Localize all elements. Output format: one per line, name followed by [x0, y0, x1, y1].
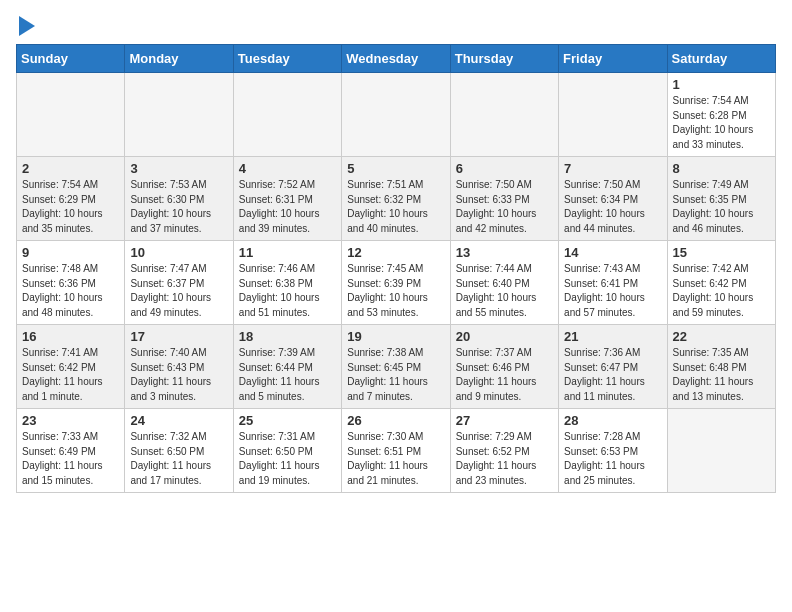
calendar-cell: 15Sunrise: 7:42 AM Sunset: 6:42 PM Dayli…	[667, 241, 775, 325]
weekday-header-monday: Monday	[125, 45, 233, 73]
day-number: 20	[456, 329, 553, 344]
day-number: 28	[564, 413, 661, 428]
logo-icon	[17, 16, 35, 38]
calendar-cell: 16Sunrise: 7:41 AM Sunset: 6:42 PM Dayli…	[17, 325, 125, 409]
day-number: 16	[22, 329, 119, 344]
day-info: Sunrise: 7:47 AM Sunset: 6:37 PM Dayligh…	[130, 262, 227, 320]
day-number: 11	[239, 245, 336, 260]
calendar-cell: 25Sunrise: 7:31 AM Sunset: 6:50 PM Dayli…	[233, 409, 341, 493]
day-number: 10	[130, 245, 227, 260]
calendar-cell: 11Sunrise: 7:46 AM Sunset: 6:38 PM Dayli…	[233, 241, 341, 325]
calendar-cell	[17, 73, 125, 157]
weekday-header-tuesday: Tuesday	[233, 45, 341, 73]
logo	[16, 16, 35, 34]
calendar-cell	[233, 73, 341, 157]
calendar-cell: 24Sunrise: 7:32 AM Sunset: 6:50 PM Dayli…	[125, 409, 233, 493]
calendar-cell	[125, 73, 233, 157]
calendar-cell: 18Sunrise: 7:39 AM Sunset: 6:44 PM Dayli…	[233, 325, 341, 409]
weekday-header-row: SundayMondayTuesdayWednesdayThursdayFrid…	[17, 45, 776, 73]
day-number: 12	[347, 245, 444, 260]
calendar-cell: 28Sunrise: 7:28 AM Sunset: 6:53 PM Dayli…	[559, 409, 667, 493]
day-number: 26	[347, 413, 444, 428]
day-info: Sunrise: 7:36 AM Sunset: 6:47 PM Dayligh…	[564, 346, 661, 404]
calendar-cell: 4Sunrise: 7:52 AM Sunset: 6:31 PM Daylig…	[233, 157, 341, 241]
day-number: 18	[239, 329, 336, 344]
day-number: 19	[347, 329, 444, 344]
calendar-week-3: 9Sunrise: 7:48 AM Sunset: 6:36 PM Daylig…	[17, 241, 776, 325]
calendar-cell: 9Sunrise: 7:48 AM Sunset: 6:36 PM Daylig…	[17, 241, 125, 325]
day-number: 8	[673, 161, 770, 176]
day-info: Sunrise: 7:31 AM Sunset: 6:50 PM Dayligh…	[239, 430, 336, 488]
calendar-cell: 13Sunrise: 7:44 AM Sunset: 6:40 PM Dayli…	[450, 241, 558, 325]
calendar-cell: 2Sunrise: 7:54 AM Sunset: 6:29 PM Daylig…	[17, 157, 125, 241]
day-info: Sunrise: 7:50 AM Sunset: 6:34 PM Dayligh…	[564, 178, 661, 236]
day-number: 21	[564, 329, 661, 344]
calendar-cell: 3Sunrise: 7:53 AM Sunset: 6:30 PM Daylig…	[125, 157, 233, 241]
calendar-cell: 19Sunrise: 7:38 AM Sunset: 6:45 PM Dayli…	[342, 325, 450, 409]
day-info: Sunrise: 7:54 AM Sunset: 6:29 PM Dayligh…	[22, 178, 119, 236]
day-info: Sunrise: 7:50 AM Sunset: 6:33 PM Dayligh…	[456, 178, 553, 236]
day-number: 22	[673, 329, 770, 344]
calendar-cell	[342, 73, 450, 157]
day-info: Sunrise: 7:46 AM Sunset: 6:38 PM Dayligh…	[239, 262, 336, 320]
day-info: Sunrise: 7:41 AM Sunset: 6:42 PM Dayligh…	[22, 346, 119, 404]
day-info: Sunrise: 7:54 AM Sunset: 6:28 PM Dayligh…	[673, 94, 770, 152]
calendar-week-5: 23Sunrise: 7:33 AM Sunset: 6:49 PM Dayli…	[17, 409, 776, 493]
day-info: Sunrise: 7:32 AM Sunset: 6:50 PM Dayligh…	[130, 430, 227, 488]
day-number: 23	[22, 413, 119, 428]
weekday-header-wednesday: Wednesday	[342, 45, 450, 73]
day-number: 17	[130, 329, 227, 344]
calendar-cell: 20Sunrise: 7:37 AM Sunset: 6:46 PM Dayli…	[450, 325, 558, 409]
day-info: Sunrise: 7:28 AM Sunset: 6:53 PM Dayligh…	[564, 430, 661, 488]
weekday-header-friday: Friday	[559, 45, 667, 73]
calendar-table: SundayMondayTuesdayWednesdayThursdayFrid…	[16, 44, 776, 493]
day-number: 24	[130, 413, 227, 428]
day-info: Sunrise: 7:43 AM Sunset: 6:41 PM Dayligh…	[564, 262, 661, 320]
day-number: 7	[564, 161, 661, 176]
calendar-cell: 17Sunrise: 7:40 AM Sunset: 6:43 PM Dayli…	[125, 325, 233, 409]
day-number: 4	[239, 161, 336, 176]
calendar-cell: 21Sunrise: 7:36 AM Sunset: 6:47 PM Dayli…	[559, 325, 667, 409]
calendar-week-4: 16Sunrise: 7:41 AM Sunset: 6:42 PM Dayli…	[17, 325, 776, 409]
day-info: Sunrise: 7:35 AM Sunset: 6:48 PM Dayligh…	[673, 346, 770, 404]
calendar-cell: 7Sunrise: 7:50 AM Sunset: 6:34 PM Daylig…	[559, 157, 667, 241]
weekday-header-thursday: Thursday	[450, 45, 558, 73]
day-info: Sunrise: 7:48 AM Sunset: 6:36 PM Dayligh…	[22, 262, 119, 320]
calendar-cell	[667, 409, 775, 493]
day-number: 2	[22, 161, 119, 176]
day-info: Sunrise: 7:45 AM Sunset: 6:39 PM Dayligh…	[347, 262, 444, 320]
day-info: Sunrise: 7:39 AM Sunset: 6:44 PM Dayligh…	[239, 346, 336, 404]
calendar-week-2: 2Sunrise: 7:54 AM Sunset: 6:29 PM Daylig…	[17, 157, 776, 241]
calendar-cell: 22Sunrise: 7:35 AM Sunset: 6:48 PM Dayli…	[667, 325, 775, 409]
day-info: Sunrise: 7:33 AM Sunset: 6:49 PM Dayligh…	[22, 430, 119, 488]
day-info: Sunrise: 7:42 AM Sunset: 6:42 PM Dayligh…	[673, 262, 770, 320]
day-number: 13	[456, 245, 553, 260]
calendar-cell: 27Sunrise: 7:29 AM Sunset: 6:52 PM Dayli…	[450, 409, 558, 493]
page-header	[16, 16, 776, 34]
day-info: Sunrise: 7:29 AM Sunset: 6:52 PM Dayligh…	[456, 430, 553, 488]
calendar-cell: 26Sunrise: 7:30 AM Sunset: 6:51 PM Dayli…	[342, 409, 450, 493]
day-info: Sunrise: 7:52 AM Sunset: 6:31 PM Dayligh…	[239, 178, 336, 236]
calendar-cell: 5Sunrise: 7:51 AM Sunset: 6:32 PM Daylig…	[342, 157, 450, 241]
weekday-header-saturday: Saturday	[667, 45, 775, 73]
day-number: 6	[456, 161, 553, 176]
svg-marker-0	[19, 16, 35, 36]
calendar-week-1: 1Sunrise: 7:54 AM Sunset: 6:28 PM Daylig…	[17, 73, 776, 157]
calendar-cell: 12Sunrise: 7:45 AM Sunset: 6:39 PM Dayli…	[342, 241, 450, 325]
day-info: Sunrise: 7:40 AM Sunset: 6:43 PM Dayligh…	[130, 346, 227, 404]
day-info: Sunrise: 7:49 AM Sunset: 6:35 PM Dayligh…	[673, 178, 770, 236]
calendar-cell	[559, 73, 667, 157]
calendar-cell: 10Sunrise: 7:47 AM Sunset: 6:37 PM Dayli…	[125, 241, 233, 325]
day-number: 1	[673, 77, 770, 92]
day-info: Sunrise: 7:44 AM Sunset: 6:40 PM Dayligh…	[456, 262, 553, 320]
calendar-cell: 23Sunrise: 7:33 AM Sunset: 6:49 PM Dayli…	[17, 409, 125, 493]
calendar-cell: 6Sunrise: 7:50 AM Sunset: 6:33 PM Daylig…	[450, 157, 558, 241]
day-number: 5	[347, 161, 444, 176]
day-number: 9	[22, 245, 119, 260]
day-info: Sunrise: 7:30 AM Sunset: 6:51 PM Dayligh…	[347, 430, 444, 488]
day-info: Sunrise: 7:51 AM Sunset: 6:32 PM Dayligh…	[347, 178, 444, 236]
calendar-cell: 8Sunrise: 7:49 AM Sunset: 6:35 PM Daylig…	[667, 157, 775, 241]
weekday-header-sunday: Sunday	[17, 45, 125, 73]
calendar-cell	[450, 73, 558, 157]
calendar-cell: 14Sunrise: 7:43 AM Sunset: 6:41 PM Dayli…	[559, 241, 667, 325]
